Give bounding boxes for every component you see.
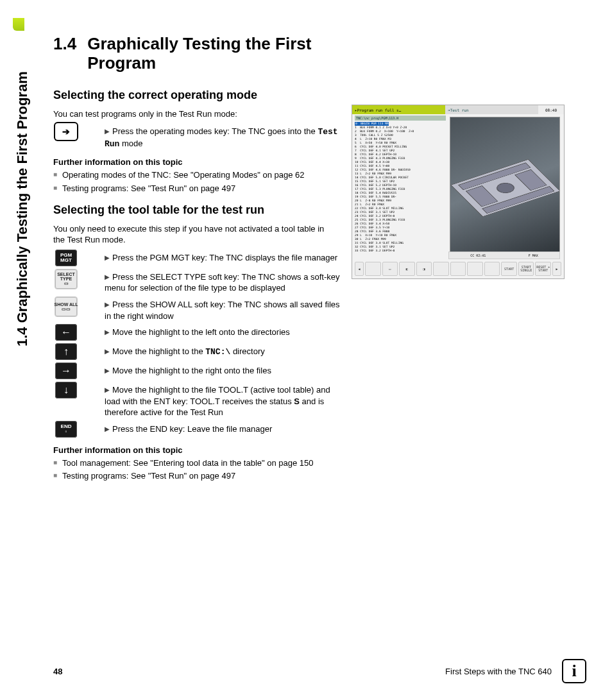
ss-filebar: TNC:\nc_prog\PGM\113.H	[355, 115, 446, 121]
step-text: ▶Move the highlight to the left onto the…	[105, 324, 342, 338]
list-item: Operating modes of the TNC: See "Operati…	[53, 169, 342, 181]
section2-step: SELECT TYPE ▭▶Press the SELECT TYPE soft…	[53, 269, 342, 294]
key-icon-container: ↑	[53, 343, 79, 360]
show-all-key-icon: SHOW ALL ▭▭	[55, 296, 78, 317]
ss-statusbar: CC 02:41F MAX	[448, 252, 560, 259]
side-running-title: 1.4 Graphically Testing the First Progra…	[14, 71, 31, 346]
step-text: ▶Press the PGM MGT key: The TNC displays…	[105, 250, 342, 264]
ss-title-right: ➔ Test run	[445, 105, 538, 114]
section1-step-1-text: ▶Press the operating modes key: The TNC …	[105, 123, 342, 149]
section2-step: END ▫▶Press the END key: Leave the file …	[53, 421, 342, 438]
ss-time: 08:40	[538, 105, 564, 114]
list-item: Testing programs: See "Test Run" on page…	[53, 470, 342, 482]
end-key-icon: END ▫	[55, 421, 77, 438]
arrow-key-icon: ↓	[55, 382, 77, 398]
section1-step-1: ➔ ▶Press the operating modes key: The TN…	[53, 123, 342, 149]
step-text: ▶Move the highlight to the right onto th…	[105, 363, 342, 377]
section1-intro: You can test programs only in the Test R…	[53, 108, 336, 120]
arrow-key-icon: ←	[55, 324, 77, 341]
section2-step: ←▶Move the highlight to the left onto th…	[53, 324, 342, 341]
pgm-mgt-key-icon: PGM MGT	[55, 250, 77, 266]
ss-softkey-row: ◀ ▭◧◨ START START SINGLE RESET + START ▶	[355, 262, 561, 276]
operating-modes-key-icon: ➔	[53, 123, 79, 140]
section2-further-label: Further information on this topic	[53, 445, 560, 455]
key-icon-container: →	[53, 363, 79, 379]
section2-step: ↑▶Move the highlight to the TNC:\ direct…	[53, 343, 342, 360]
step-text: ▶Press the END key: Leave the file manag…	[105, 421, 342, 435]
section1-title: Selecting the correct operating mode	[53, 89, 560, 102]
ss-code-listing: 0 BEGIN PGM 113 MM1 BLK FORM 0.1 Z X+0 Y…	[355, 122, 448, 253]
section2-intro: You only need to execute this step if yo…	[53, 223, 336, 246]
arrow-key-icon: ➔	[55, 123, 77, 140]
list-item: Tool management: See "Entering tool data…	[53, 457, 342, 469]
key-icon-container: PGM MGT	[53, 250, 79, 266]
step-text: ▶Press the SHOW ALL soft key: The TNC sh…	[105, 296, 342, 321]
step-text: ▶Move the highlight to the TNC:\ directo…	[105, 343, 342, 358]
section2-step: PGM MGT▶Press the PGM MGT key: The TNC d…	[53, 250, 342, 266]
ss-3d-view	[450, 117, 560, 253]
arrow-key-icon: →	[55, 363, 77, 379]
page-heading: 1.4 Graphically Testing the First Progra…	[53, 35, 560, 73]
key-icon-container: SHOW ALL ▭▭	[53, 296, 79, 317]
ss-title-left: ▸ Program run full s…	[352, 105, 445, 114]
key-icon-container: END ▫	[53, 421, 79, 438]
select-type-key-icon: SELECT TYPE ▭	[55, 269, 78, 289]
page-number: 48	[53, 667, 62, 676]
step-text: ▶Press the SELECT TYPE soft key: The TNC…	[105, 269, 342, 294]
page-footer: 48 First Steps with the TNC 640 i	[53, 659, 586, 683]
section2-step: ↓▶Move the highlight to the file TOOL.T …	[53, 382, 342, 418]
key-icon-container: ←	[53, 324, 79, 341]
section2-bullets: Tool management: See "Entering tool data…	[53, 457, 342, 482]
heading-number: 1.4	[53, 35, 83, 54]
key-icon-container: SELECT TYPE ▭	[53, 269, 79, 289]
arrow-key-icon: ↑	[55, 343, 77, 360]
step-text: ▶Move the highlight to the file TOOL.T (…	[105, 382, 342, 418]
tnc-screenshot: ▸ Program run full s… ➔ Test run 08:40 T…	[352, 105, 565, 279]
book-title: First Steps with the TNC 640	[445, 667, 552, 676]
key-icon-container: ↓	[53, 382, 79, 398]
section2-step: SHOW ALL ▭▭▶Press the SHOW ALL soft key:…	[53, 296, 342, 321]
section2-step: →▶Move the highlight to the right onto t…	[53, 363, 342, 379]
heading-text: Graphically Testing the First Program	[87, 35, 331, 73]
page-tab-accent	[13, 18, 24, 31]
info-icon: i	[562, 659, 586, 683]
list-item: Testing programs: See "Test Run" on page…	[53, 183, 342, 194]
section1-bullets: Operating modes of the TNC: See "Operati…	[53, 169, 342, 194]
